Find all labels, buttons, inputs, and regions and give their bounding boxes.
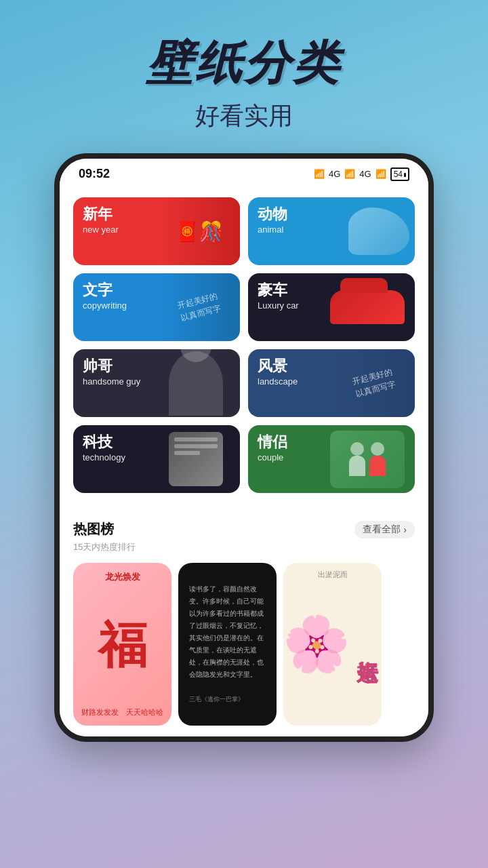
figure-2: [369, 442, 386, 476]
luxury-car-sub-label: Luxury car: [258, 300, 299, 311]
bottom-text-right: 天天哈哈哈: [126, 707, 163, 717]
preview-card-new-year[interactable]: 龙光焕发 福 财路发发发 天天哈哈哈: [73, 563, 171, 726]
hot-subtitle: 15天内热度排行: [73, 541, 415, 553]
copywriting-image: 开起美好的以真而写字: [159, 273, 240, 341]
preview-card-lotus[interactable]: 出淤泥而 🌸 好运来: [283, 563, 382, 726]
copywriting-main-label: 文字: [83, 281, 127, 299]
new-year-deco: 🧧🎊: [176, 220, 223, 243]
couple-image: [320, 425, 415, 493]
preview-1-top: 龙光焕发: [81, 571, 163, 583]
tech-line-3: [174, 451, 200, 455]
figure-1: [349, 442, 365, 476]
person-silhouette: [169, 351, 223, 416]
view-all-button[interactable]: 查看全部 ›: [354, 521, 415, 538]
new-year-image: 🧧🎊: [159, 197, 240, 265]
app-subtitle: 好看实用: [146, 100, 342, 133]
copywriting-deco: 开起美好的以真而写字: [176, 290, 222, 326]
category-handsome[interactable]: 帅哥 handsome guy: [73, 349, 240, 417]
hot-title: 热图榜: [73, 520, 114, 538]
hot-header: 热图榜 查看全部 ›: [73, 520, 415, 538]
category-technology[interactable]: 科技 technology: [73, 425, 240, 493]
app-content: 新年 new year 🧧🎊 动物 animal: [60, 186, 428, 520]
couple-photo: [330, 431, 405, 488]
figure-1-head: [350, 442, 364, 456]
animal-main-label: 动物: [258, 205, 287, 223]
couple-sub-label: couple: [258, 452, 287, 462]
chevron-right-icon: ›: [403, 524, 407, 535]
figure-2-body: [369, 456, 386, 476]
dark-quote-text: 读书多了，容颜自然改变。许多时候，自己可能以为许多看过的书籍都成了过眼烟云，不复…: [178, 572, 277, 716]
technology-image: [152, 425, 240, 493]
new-year-main-label: 新年: [83, 205, 119, 223]
tech-line-2: [174, 444, 218, 448]
couple-figures: [349, 442, 386, 476]
preview-3-inner: 🌸 好运来: [283, 612, 382, 676]
bottom-text-left: 财路发发发: [81, 707, 119, 717]
figure-2-head: [371, 442, 384, 456]
hot-section: 热图榜 查看全部 › 15天内热度排行 龙光焕发 福 财路发发发 天天哈哈哈: [60, 520, 428, 736]
animal-image: [333, 197, 415, 265]
category-grid: 新年 new year 🧧🎊 动物 animal: [73, 197, 415, 493]
dolphin-shape: [348, 208, 409, 255]
car-shape: [330, 290, 405, 324]
battery-indicator: 54: [390, 167, 409, 181]
preview-card-dark-quote[interactable]: 读书多了，容颜自然改变。许多时候，自己可能以为许多看过的书籍都成了过眼烟云，不复…: [178, 563, 277, 726]
category-animal[interactable]: 动物 animal: [248, 197, 415, 265]
app-title: 壁纸分类: [146, 33, 342, 94]
app-header: 壁纸分类 好看实用: [146, 0, 342, 146]
wallpaper-previews: 龙光焕发 福 财路发发发 天天哈哈哈 读书多了，容颜自然改变。许多时候，自己可能…: [73, 563, 415, 726]
couple-main-label: 情侣: [258, 433, 287, 451]
technology-sub-label: technology: [83, 452, 125, 462]
landscape-image: 开起美好的以真而写字: [333, 349, 415, 417]
luxury-car-image: [320, 273, 415, 341]
figure-1-body: [349, 456, 365, 476]
tech-line-1: [174, 437, 218, 441]
signal-bars-1: 📶: [344, 169, 355, 179]
landscape-main-label: 风景: [258, 357, 298, 375]
category-couple[interactable]: 情侣 couple: [248, 425, 415, 493]
view-all-label: 查看全部: [363, 524, 401, 536]
category-luxury-car[interactable]: 豪车 Luxury car: [248, 273, 415, 341]
copywriting-sub-label: copywriting: [83, 300, 127, 311]
wifi-icon: 📶: [314, 169, 325, 179]
preview-1-content: 龙光焕发 福 财路发发发 天天哈哈哈: [73, 563, 171, 726]
status-bar: 09:52 📶 4G 📶 4G 📶 54: [60, 159, 428, 186]
quote-body: 读书多了，容颜自然改变。许多时候，自己可能以为许多看过的书籍都成了过眼烟云，不复…: [189, 585, 264, 678]
signal-4g-1: 4G: [329, 169, 340, 179]
phone-frame: 09:52 📶 4G 📶 4G 📶 54 新年 new year 🧧🎊: [54, 153, 434, 742]
category-copywriting[interactable]: 文字 copywriting 开起美好的以真而写字: [73, 273, 240, 341]
handsome-image: [152, 349, 240, 417]
lotus-small-text: 出淤泥而: [318, 570, 348, 580]
signal-bars-2: 📶: [375, 169, 386, 179]
bottom-text-row: 财路发发发 天天哈哈哈: [81, 707, 163, 717]
lucky-text: 龙光焕发: [81, 571, 163, 583]
new-year-sub-label: new year: [83, 224, 119, 235]
category-landscape[interactable]: 风景 landscape 开起美好的以真而写字: [248, 349, 415, 417]
landscape-deco: 开起美好的以真而写字: [351, 366, 397, 401]
handsome-sub-label: handsome guy: [83, 376, 140, 387]
landscape-sub-label: landscape: [258, 376, 298, 387]
status-time: 09:52: [79, 167, 110, 181]
lotus-emoji: 🌸: [283, 612, 350, 676]
category-new-year[interactable]: 新年 new year 🧧🎊: [73, 197, 240, 265]
tech-shape: [169, 432, 223, 486]
status-icons: 📶 4G 📶 4G 📶 54: [314, 167, 409, 181]
quote-author: 三毛《逃你一巴掌》: [189, 696, 244, 703]
technology-main-label: 科技: [83, 433, 125, 451]
fu-character: 福: [81, 613, 163, 678]
luxury-car-main-label: 豪车: [258, 281, 299, 299]
signal-4g-2: 4G: [359, 169, 371, 179]
animal-sub-label: animal: [258, 224, 287, 235]
handsome-main-label: 帅哥: [83, 357, 140, 375]
